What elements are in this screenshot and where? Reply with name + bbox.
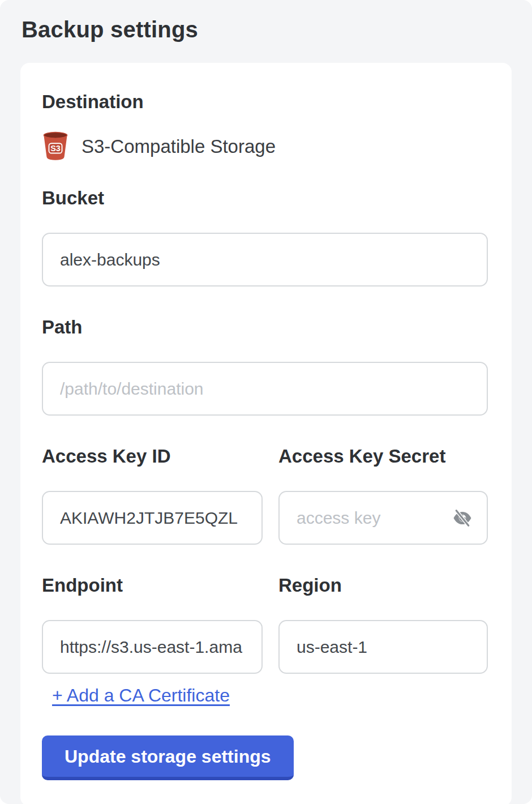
destination-provider-row: S3 S3-Compatible Storage (42, 131, 488, 161)
endpoint-label: Endpoint (42, 576, 263, 595)
add-ca-certificate-link[interactable]: + Add a CA Certificate (52, 685, 230, 706)
access-key-secret-label: Access Key Secret (278, 447, 488, 465)
endpoint-region-row: Endpoint Region (42, 576, 488, 674)
access-key-id-input[interactable] (42, 491, 263, 545)
region-input[interactable] (278, 620, 488, 674)
destination-label: Destination (42, 92, 488, 111)
bucket-input[interactable] (42, 233, 488, 286)
bucket-label: Bucket (42, 189, 488, 207)
backup-settings-page: Backup settings Destination S3 S3-Compat… (0, 0, 532, 804)
destination-provider-name: S3-Compatible Storage (81, 136, 276, 157)
access-key-id-field: Access Key ID (42, 447, 263, 545)
svg-text:S3: S3 (50, 144, 61, 153)
path-field: Path (42, 318, 488, 416)
eye-off-icon[interactable] (452, 507, 473, 529)
s3-bucket-icon: S3 (42, 131, 69, 161)
region-label: Region (278, 576, 488, 595)
page-title: Backup settings (22, 17, 512, 42)
endpoint-field: Endpoint (42, 576, 263, 674)
access-key-id-label: Access Key ID (42, 447, 263, 465)
region-field: Region (278, 576, 488, 674)
storage-settings-card: Destination S3 S3-Compatible Storage Buc… (20, 63, 512, 804)
bucket-field: Bucket (42, 189, 488, 286)
access-keys-row: Access Key ID Access Key Secret (42, 447, 488, 545)
access-key-secret-wrap (278, 491, 488, 545)
update-storage-settings-button[interactable]: Update storage settings (42, 735, 294, 780)
path-label: Path (42, 318, 488, 336)
access-key-secret-field: Access Key Secret (278, 447, 488, 545)
path-input[interactable] (42, 362, 488, 416)
endpoint-input[interactable] (42, 620, 263, 674)
